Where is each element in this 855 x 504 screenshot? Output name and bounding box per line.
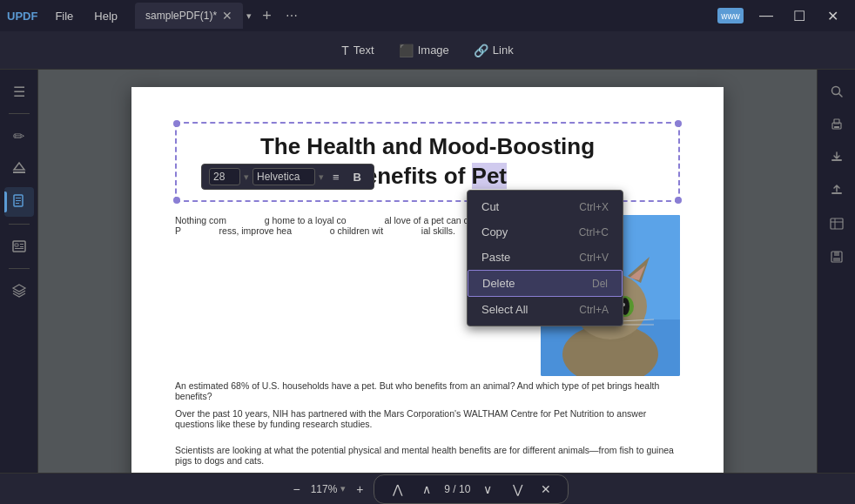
minimize-button[interactable]: — bbox=[751, 3, 782, 29]
svg-rect-2 bbox=[16, 198, 21, 198]
pdf-paragraph-3: Over the past 10 years, NIH has partnere… bbox=[175, 408, 680, 429]
context-cut[interactable]: Cut Ctrl+X bbox=[468, 194, 623, 219]
help-menu[interactable]: Help bbox=[84, 6, 128, 26]
active-indicator bbox=[4, 192, 7, 212]
sidebar-divider-3 bbox=[9, 268, 30, 269]
tab-area: samplePDF(1)* ✕ ▾ + ⋯ bbox=[135, 3, 710, 29]
pdf-bottom-paragraph: Scientists are looking at what the poten… bbox=[175, 445, 680, 466]
font-size-dropdown[interactable]: ▾ bbox=[244, 171, 249, 183]
account-icon[interactable]: www bbox=[717, 8, 744, 24]
svg-rect-4 bbox=[16, 203, 19, 204]
pdf-extra-text: An estimated 68% of U.S. households have… bbox=[175, 380, 680, 436]
link-tool[interactable]: 🔗 Link bbox=[463, 39, 524, 62]
close-nav-button[interactable]: ✕ bbox=[535, 478, 557, 501]
zoom-in-button[interactable]: + bbox=[349, 479, 370, 500]
bottom-bar: − 117% ▾ + ⋀ ∧ 9 / 10 ∨ ⋁ ✕ bbox=[0, 473, 855, 504]
markup-tool-icon bbox=[11, 161, 27, 177]
tab-add-button[interactable]: + bbox=[255, 7, 279, 25]
pdf-paragraphs: An estimated 68% of U.S. households have… bbox=[175, 380, 680, 436]
cut-label: Cut bbox=[481, 200, 499, 213]
context-paste[interactable]: Paste Ctrl+V bbox=[468, 245, 623, 270]
paste-label: Paste bbox=[481, 251, 510, 264]
delete-shortcut: Del bbox=[592, 278, 608, 290]
font-family-dropdown[interactable]: ▾ bbox=[319, 171, 324, 183]
maximize-button[interactable]: ☐ bbox=[784, 3, 815, 29]
sidebar-item-layers[interactable] bbox=[4, 276, 34, 306]
font-family-input[interactable] bbox=[252, 168, 315, 185]
svg-rect-9 bbox=[15, 248, 24, 249]
font-size-input[interactable] bbox=[209, 168, 240, 185]
active-tab[interactable]: samplePDF(1)* ✕ bbox=[135, 3, 243, 29]
handle-top-right[interactable] bbox=[675, 120, 682, 127]
text-icon: T bbox=[341, 44, 349, 57]
next-page-button[interactable]: ∨ bbox=[475, 478, 500, 501]
page-display: 9 / 10 bbox=[444, 483, 470, 495]
title-bar: UPDF File Help samplePDF(1)* ✕ ▾ + ⋯ www… bbox=[0, 0, 855, 31]
bold-button[interactable]: B bbox=[348, 169, 367, 185]
handle-bottom-left[interactable] bbox=[173, 197, 180, 204]
import-icon bbox=[830, 151, 844, 165]
handle-top-left[interactable] bbox=[173, 120, 180, 127]
svg-rect-3 bbox=[16, 200, 21, 201]
svg-rect-6 bbox=[15, 244, 18, 246]
logo-text: UPDF bbox=[7, 10, 37, 23]
window-controls: — ☐ ✕ bbox=[751, 3, 848, 29]
sidebar-item-pages[interactable] bbox=[4, 187, 34, 217]
zoom-dropdown[interactable]: ▾ bbox=[340, 483, 346, 494]
svg-rect-8 bbox=[20, 246, 24, 247]
copy-label: Copy bbox=[481, 225, 508, 239]
sidebar-export-button[interactable] bbox=[822, 176, 852, 205]
form-icon bbox=[11, 239, 27, 254]
select-all-label: Select All bbox=[481, 303, 528, 316]
text-label: Text bbox=[353, 44, 374, 57]
main-toolbar: T Text ⬛ Image 🔗 Link bbox=[0, 31, 855, 70]
share-icon bbox=[830, 217, 844, 231]
app-logo: UPDF bbox=[7, 10, 37, 23]
context-menu: Cut Ctrl+X Copy Ctrl+C Paste Ctrl+V Dele… bbox=[467, 190, 623, 326]
context-delete[interactable]: Delete Del bbox=[468, 270, 623, 297]
right-sidebar bbox=[817, 70, 855, 504]
save-icon bbox=[830, 250, 844, 264]
main-layout: ☰ ✏ bbox=[0, 70, 855, 504]
sidebar-save-button[interactable] bbox=[822, 242, 852, 272]
sidebar-print-button[interactable] bbox=[822, 110, 852, 139]
last-page-button[interactable]: ⋁ bbox=[505, 478, 529, 501]
zoom-out-button[interactable]: − bbox=[286, 479, 307, 500]
tab-more-button[interactable]: ⋯ bbox=[279, 9, 305, 23]
svg-rect-35 bbox=[831, 192, 842, 194]
file-menu[interactable]: File bbox=[44, 6, 84, 26]
svg-rect-0 bbox=[13, 171, 25, 173]
sidebar-item-form[interactable] bbox=[4, 232, 34, 261]
paste-shortcut: Ctrl+V bbox=[579, 252, 609, 264]
context-select-all[interactable]: Select All Ctrl+A bbox=[468, 297, 623, 322]
svg-rect-39 bbox=[833, 258, 840, 261]
tab-close-button[interactable]: ✕ bbox=[222, 9, 232, 23]
text-tool[interactable]: T Text bbox=[331, 39, 384, 62]
image-label: Image bbox=[418, 44, 449, 57]
align-button[interactable]: ≡ bbox=[327, 169, 345, 185]
sidebar-search-button[interactable] bbox=[822, 77, 852, 106]
zoom-value: 117% bbox=[311, 483, 338, 495]
prev-page-button[interactable]: ∧ bbox=[414, 478, 439, 501]
select-all-shortcut: Ctrl+A bbox=[579, 304, 609, 316]
link-icon: 🔗 bbox=[474, 44, 488, 57]
pdf-area[interactable]: The Health and Mood-Boosting Benefits of… bbox=[38, 70, 817, 504]
print-icon bbox=[830, 118, 844, 131]
sidebar-divider-1 bbox=[9, 113, 30, 114]
pages-icon bbox=[11, 194, 27, 210]
cut-shortcut: Ctrl+X bbox=[579, 201, 609, 213]
handle-bottom-right[interactable] bbox=[675, 197, 682, 204]
sidebar-share-button[interactable] bbox=[822, 209, 852, 239]
search-icon bbox=[830, 84, 844, 98]
first-page-button[interactable]: ⋀ bbox=[385, 478, 409, 501]
sidebar-import-button[interactable] bbox=[822, 143, 852, 172]
sidebar-item-markup[interactable] bbox=[4, 154, 34, 184]
zoom-controls: − 117% ▾ + bbox=[286, 479, 371, 500]
context-copy[interactable]: Copy Ctrl+C bbox=[468, 219, 623, 245]
image-tool[interactable]: ⬛ Image bbox=[388, 39, 460, 62]
tab-dropdown-button[interactable]: ▾ bbox=[243, 10, 255, 22]
close-button[interactable]: ✕ bbox=[817, 3, 848, 29]
sidebar-item-menu[interactable]: ☰ bbox=[4, 77, 34, 106]
title-line1: The Health and Mood-Boosting bbox=[260, 133, 595, 159]
sidebar-item-edit[interactable]: ✏ bbox=[4, 121, 34, 151]
